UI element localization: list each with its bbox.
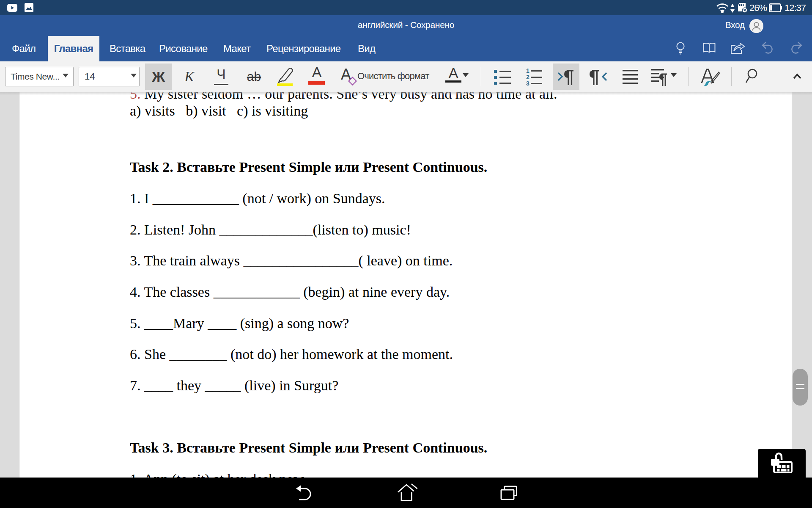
svg-text:1: 1	[526, 68, 529, 74]
svg-text:2: 2	[526, 74, 529, 80]
svg-text:3: 3	[526, 80, 529, 86]
